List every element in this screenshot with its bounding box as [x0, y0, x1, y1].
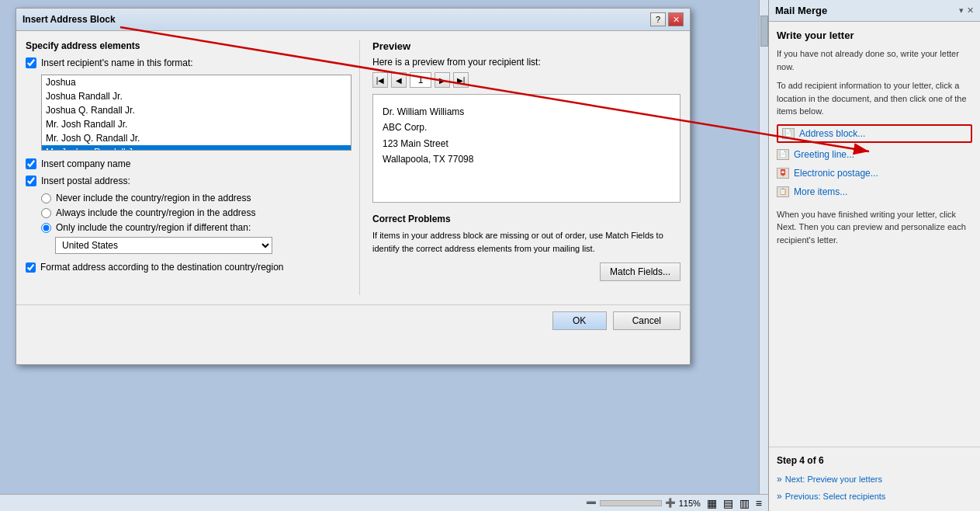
name-item-4[interactable]: Mr. Josh Q. Randall Jr. [42, 131, 351, 145]
dialog-footer: OK Cancel [16, 304, 690, 336]
preview-subtitle: Here is a preview from your recipient li… [372, 57, 680, 68]
radio-only[interactable] [41, 223, 51, 233]
panel-controls: ▾ ✕ [959, 5, 974, 16]
dialog-titlebar: Insert Address Block ? ✕ [16, 9, 690, 31]
layout-icon1[interactable]: ▦ [707, 497, 717, 509]
dialog-close-button[interactable]: ✕ [668, 12, 684, 26]
radio-only-row: Only include the country/region if diffe… [41, 222, 351, 233]
preview-label: Preview [372, 40, 680, 52]
checkbox-format-label: Format address according to the destinat… [40, 262, 284, 273]
checkbox-postal-row: Insert postal address: [26, 176, 351, 186]
preview-line2: ABC Corp. [383, 120, 670, 135]
radio-never-row: Never include the country/region in the … [41, 193, 351, 203]
checkbox-company[interactable] [26, 158, 36, 169]
zoom-slider[interactable] [600, 500, 662, 506]
more-items-icon: 📋 [777, 186, 789, 197]
checkbox-format[interactable] [26, 262, 36, 273]
zoom-level: 115% [679, 499, 701, 508]
name-item-1[interactable]: Joshua Randall Jr. [42, 89, 351, 103]
panel-text2: To add recipient information to your let… [777, 79, 972, 118]
country-dropdown[interactable]: United States [55, 237, 272, 254]
left-section-label: Specify address elements [26, 40, 351, 51]
radio-always[interactable] [41, 208, 51, 218]
name-item-3[interactable]: Mr. Josh Randall Jr. [42, 117, 351, 131]
dialog-title-controls: ? ✕ [650, 12, 684, 26]
next-step-link[interactable]: » Next: Preview your letters [777, 472, 972, 486]
preview-line4: Wallapoola, TX 77098 [383, 151, 670, 167]
dialog-overlay: Insert Address Block ? ✕ Specify address… [0, 0, 768, 494]
nav-next-button[interactable]: ▶ [435, 72, 450, 88]
radio-only-label: Only include the country/region if diffe… [56, 222, 251, 233]
checkbox-recipient-label: Insert recipient's name in this format: [41, 57, 193, 68]
panel-section-title: Write your letter [777, 30, 972, 41]
panel-text1: If you have not already done so, write y… [777, 47, 972, 73]
panel-title: Mail Merge [775, 5, 827, 16]
layout-icon2[interactable]: ▤ [723, 497, 733, 509]
ok-button[interactable]: OK [552, 311, 607, 330]
electronic-postage-link[interactable]: 📮 Electronic postage... [777, 166, 972, 180]
name-item-5[interactable]: Mr. Joshua Randall Jr. [42, 145, 351, 151]
right-panel: Preview Here is a preview from your reci… [359, 40, 680, 295]
panel-header: Mail Merge ▾ ✕ [769, 0, 980, 22]
nav-first-button[interactable]: |◀ [372, 72, 388, 88]
match-fields-button[interactable]: Match Fields... [600, 262, 680, 281]
nav-prev-button[interactable]: ◀ [391, 72, 407, 88]
address-block-link[interactable]: 📄 Address block... [777, 124, 972, 143]
mail-merge-panel: Mail Merge ▾ ✕ Write your letter If you … [768, 0, 980, 511]
correct-problems-title: Correct Problems [372, 214, 680, 224]
panel-footer: Step 4 of 6 » Next: Preview your letters… [769, 447, 980, 511]
preview-nav: |◀ ◀ ▶ ▶| [372, 72, 680, 88]
radio-never[interactable] [41, 193, 51, 203]
preview-line3: 123 Main Street [383, 136, 670, 151]
checkbox-company-row: Insert company name [26, 158, 351, 169]
checkbox-postal[interactable] [26, 176, 36, 186]
zoom-out-icon[interactable]: ➖ [586, 498, 597, 508]
checkbox-recipient-row: Insert recipient's name in this format: [26, 57, 351, 68]
dialog-body: Specify address elements Insert recipien… [16, 31, 690, 304]
name-item-2[interactable]: Joshua Q. Randall Jr. [42, 103, 351, 117]
cancel-button[interactable]: Cancel [613, 311, 680, 330]
insert-address-dialog: Insert Address Block ? ✕ Specify address… [16, 8, 691, 365]
address-block-icon: 📄 [782, 128, 795, 139]
name-list[interactable]: Joshua Joshua Randall Jr. Joshua Q. Rand… [41, 75, 351, 151]
panel-text3: When you have finished writing your lett… [777, 208, 972, 247]
radio-always-row: Always include the country/region in the… [41, 207, 351, 218]
zoom-controls: ➖ ➕ 115% [586, 498, 701, 508]
correct-problems-text: If items in your address block are missi… [372, 229, 680, 255]
panel-content: Write your letter If you have not alread… [769, 22, 980, 447]
format-checkbox-row: Format address according to the destinat… [26, 262, 351, 273]
more-items-link[interactable]: 📋 More items... [777, 185, 972, 199]
radio-group: Never include the country/region in the … [41, 193, 351, 233]
prev-step-link[interactable]: » Previous: Select recipients [777, 489, 972, 503]
name-item-0[interactable]: Joshua [42, 75, 351, 89]
step-info: Step 4 of 6 [777, 455, 972, 466]
prev-arrow-icon: » [777, 491, 782, 502]
preview-line1: Dr. William Williams [383, 104, 670, 120]
greeting-line-icon: 📄 [777, 149, 789, 160]
radio-never-label: Never include the country/region in the … [56, 193, 251, 203]
electronic-postage-icon: 📮 [777, 168, 789, 179]
left-panel: Specify address elements Insert recipien… [26, 40, 351, 295]
nav-page-input[interactable] [410, 72, 431, 88]
panel-close-icon[interactable]: ✕ [967, 5, 974, 16]
dialog-help-button[interactable]: ? [650, 12, 666, 26]
zoom-in-icon[interactable]: ➕ [665, 498, 676, 508]
radio-always-label: Always include the country/region in the… [56, 207, 255, 218]
status-bar: ➖ ➕ 115% ▦ ▤ ▥ ≡ [0, 494, 768, 511]
dialog-title: Insert Address Block [23, 14, 116, 25]
panel-collapse-icon[interactable]: ▾ [959, 5, 964, 16]
preview-box: Dr. William Williams ABC Corp. 123 Main … [372, 94, 680, 203]
nav-last-button[interactable]: ▶| [453, 72, 469, 88]
layout-icon3[interactable]: ▥ [739, 497, 750, 509]
checkbox-company-label: Insert company name [41, 158, 130, 169]
checkbox-recipient[interactable] [26, 57, 36, 68]
layout-icon4[interactable]: ≡ [756, 497, 762, 509]
greeting-line-link[interactable]: 📄 Greeting line... [777, 148, 972, 162]
next-arrow-icon: » [777, 474, 782, 485]
country-dropdown-row: United States [55, 237, 351, 254]
checkbox-postal-label: Insert postal address: [41, 176, 130, 186]
